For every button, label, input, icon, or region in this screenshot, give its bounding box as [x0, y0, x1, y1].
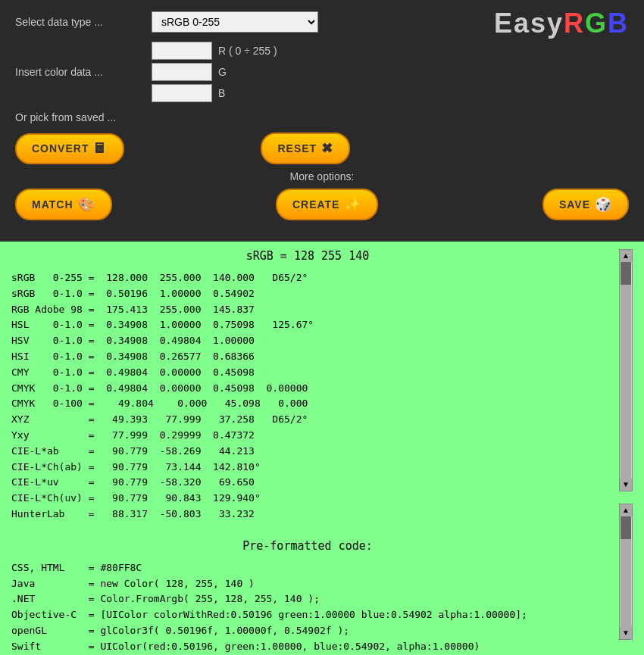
select-label: Select data type ...: [15, 16, 152, 28]
data-line: HunterLab = 88.317 -50.803 33.232: [11, 507, 604, 522]
g-input-row: 255 G: [152, 63, 279, 81]
match-button[interactable]: MATCH 🎨: [15, 189, 112, 220]
g-hint: G: [218, 66, 279, 78]
logo-b: B: [608, 8, 629, 39]
data-line: Yxy = 77.999 0.29999 0.47372: [11, 428, 604, 444]
scroll-up-arrow[interactable]: ▲: [620, 250, 632, 262]
reset-icon: ✖: [321, 140, 333, 157]
match-icon: 🎨: [78, 196, 95, 213]
convert-button[interactable]: CONVERT 🖩: [15, 133, 124, 164]
scroll-track-top: [621, 262, 631, 479]
data-line: sRGB 0-255 = 128.000 255.000 140.000 D65…: [11, 270, 604, 286]
logo-r: R: [564, 8, 585, 39]
code-data: CSS, HTML = #80FF8CJava = new Color( 128…: [11, 560, 604, 655]
scroll-thumb-bottom[interactable]: [621, 516, 631, 539]
convert-label: CONVERT: [32, 142, 89, 154]
b-input-row: 140 B: [152, 84, 279, 102]
options-buttons-row: MATCH 🎨 CREATE ✨ SAVE 🎲: [15, 189, 629, 220]
convert-icon: 🖩: [93, 141, 108, 157]
data-line: CIE-L*Ch(uv) = 90.779 90.843 129.940°: [11, 491, 604, 507]
create-button[interactable]: CREATE ✨: [276, 189, 379, 220]
results-panel: sRGB = 128 255 140 sRGB 0-255 = 128.000 …: [0, 242, 644, 655]
data-type-select[interactable]: sRGB 0-255 sRGB 0-1.0 HSL HSV CMYK: [152, 11, 318, 33]
scroll-up-arrow-2[interactable]: ▲: [620, 504, 632, 516]
r-input[interactable]: 128: [152, 42, 212, 60]
top-scrollbar[interactable]: ▲ ▼: [619, 249, 633, 491]
scrollbars: ▲ ▼ ▲ ▼: [619, 249, 633, 655]
save-button[interactable]: SAVE 🎲: [542, 189, 629, 220]
more-options-label: More options:: [15, 170, 629, 182]
color-inputs: 128 R ( 0 ÷ 255 ) 255 G 140 B: [152, 42, 279, 102]
data-line: CIE-L*uv = 90.779 -58.320 69.650: [11, 475, 604, 491]
insert-label: Insert color data ...: [15, 66, 152, 78]
code-line: Swift = UIColor(red:0.50196, green:1.000…: [11, 639, 604, 655]
create-label: CREATE: [292, 198, 340, 211]
data-line: CMYK 0-100 = 49.804 0.000 45.098 0.000: [11, 396, 604, 412]
code-line: Java = new Color( 128, 255, 140 ): [11, 576, 604, 592]
b-input[interactable]: 140: [152, 84, 212, 102]
g-input[interactable]: 255: [152, 63, 212, 81]
r-hint: R ( 0 ÷ 255 ): [218, 45, 279, 57]
code-line: CSS, HTML = #80FF8C: [11, 560, 604, 576]
data-line: CIE-L*Ch(ab) = 90.779 73.144 142.810°: [11, 460, 604, 476]
pick-label: Or pick from saved ...: [15, 111, 152, 123]
code-line: openGL = glColor3f( 0.50196f, 1.00000f, …: [11, 623, 604, 639]
scroll-track-bottom: [621, 516, 631, 627]
match-label: MATCH: [32, 198, 73, 211]
data-line: XYZ = 49.393 77.999 37.258 D65/2°: [11, 412, 604, 428]
reset-label: RESET: [277, 142, 317, 154]
conversion-data: sRGB 0-255 = 128.000 255.000 140.000 D65…: [11, 270, 604, 522]
top-panel: EasyRGB Select data type ... sRGB 0-255 …: [0, 0, 644, 242]
data-line: HSV 0-1.0 = 0.34908 0.49804 1.00000: [11, 333, 604, 349]
app-logo: EasyRGB: [494, 8, 629, 39]
data-line: CMY 0-1.0 = 0.49804 0.00000 0.45098: [11, 365, 604, 381]
data-line: sRGB 0-1.0 = 0.50196 1.00000 0.54902: [11, 286, 604, 302]
save-label: SAVE: [559, 198, 590, 211]
reset-button[interactable]: RESET ✖: [261, 133, 350, 164]
result-title: sRGB = 128 255 140: [11, 249, 604, 263]
create-icon: ✨: [344, 196, 361, 213]
b-hint: B: [218, 87, 279, 99]
scroll-thumb-top[interactable]: [621, 262, 631, 285]
scroll-down-arrow-2[interactable]: ▼: [620, 627, 632, 639]
convert-reset-row: CONVERT 🖩 RESET ✖: [15, 133, 629, 164]
data-line: CMYK 0-1.0 = 0.49804 0.00000 0.45098 0.0…: [11, 381, 604, 397]
data-line: HSL 0-1.0 = 0.34908 1.00000 0.75098 125.…: [11, 317, 604, 333]
data-line: HSI 0-1.0 = 0.34908 0.26577 0.68366: [11, 349, 604, 365]
r-input-row: 128 R ( 0 ÷ 255 ): [152, 42, 279, 60]
preformat-title: Pre-formatted code:: [11, 539, 604, 553]
logo-easy: Easy: [494, 8, 564, 39]
data-line: RGB Adobe 98 = 175.413 255.000 145.837: [11, 302, 604, 318]
main-content: sRGB = 128 255 140 sRGB 0-255 = 128.000 …: [11, 249, 619, 655]
color-data-row: Insert color data ... 128 R ( 0 ÷ 255 ) …: [15, 42, 629, 102]
code-line: .NET = Color.FromArgb( 255, 128, 255, 14…: [11, 591, 604, 607]
save-icon: 🎲: [595, 196, 612, 213]
bottom-scrollbar[interactable]: ▲ ▼: [619, 504, 633, 640]
pick-row: Or pick from saved ...: [15, 111, 629, 123]
code-line: Objective-C = [UIColor colorWithRed:0.50…: [11, 607, 604, 623]
data-line: CIE-L*ab = 90.779 -58.269 44.213: [11, 444, 604, 460]
logo-g: G: [585, 8, 608, 39]
scroll-down-arrow[interactable]: ▼: [620, 479, 632, 491]
